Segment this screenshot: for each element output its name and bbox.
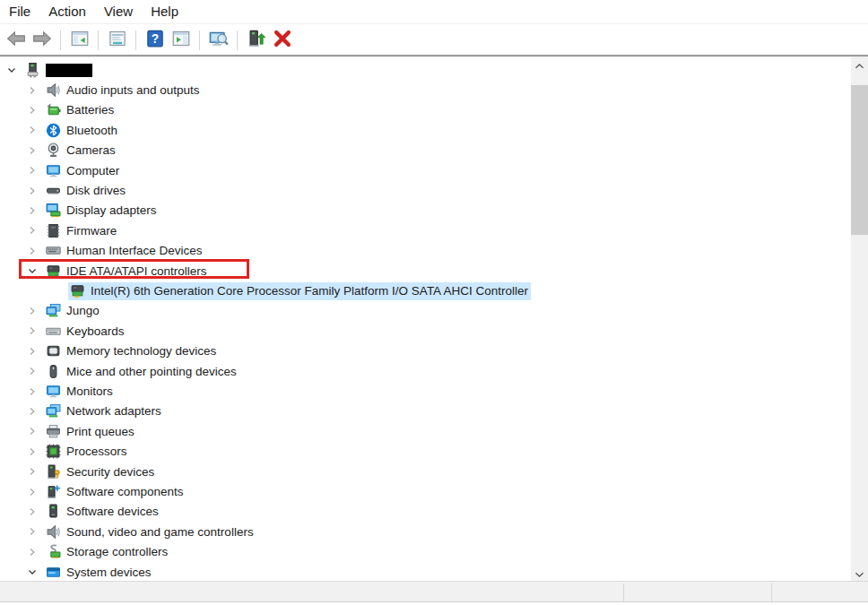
tree-item-content[interactable]: Storage controllers — [44, 543, 170, 561]
tree-item-monitors[interactable]: Monitors — [0, 381, 847, 401]
chevron-right-icon[interactable] — [24, 364, 40, 378]
tree-item-audio-inputs-and-outputs[interactable]: Audio inputs and outputs — [0, 80, 847, 99]
tree-item-content[interactable]: Keyboards — [44, 322, 127, 340]
scroll-up-button[interactable] — [851, 57, 868, 73]
bluetooth-icon — [46, 123, 61, 138]
scroll-down-button[interactable] — [851, 566, 868, 581]
tree-item-content[interactable]: Network adapters — [44, 402, 164, 420]
tree-item-content[interactable]: Sound, video and game controllers — [44, 523, 256, 540]
chevron-right-icon[interactable] — [24, 445, 40, 459]
uninstall-device-button[interactable] — [270, 28, 294, 52]
tree-item-content[interactable]: Software components — [44, 483, 187, 501]
chevron-right-icon[interactable] — [24, 184, 40, 198]
chevron-right-icon[interactable] — [24, 424, 40, 438]
chevron-right-icon[interactable] — [24, 83, 40, 98]
chevron-down-icon[interactable] — [4, 63, 20, 77]
tree-item-software-components[interactable]: Software components — [0, 481, 847, 501]
tree-item-content[interactable]: Human Interface Devices — [44, 242, 205, 260]
forward-button[interactable] — [30, 28, 54, 52]
tree-item-content[interactable]: Audio inputs and outputs — [44, 82, 203, 99]
tree-item-ide-ata-atapi-controllers[interactable]: IDE ATA/ATAPI controllers — [0, 261, 847, 281]
tree-item-content[interactable]: Mice and other pointing devices — [44, 362, 239, 380]
tree-item-content[interactable] — [23, 61, 95, 79]
menu-item-view[interactable]: View — [95, 0, 142, 23]
tree-item-bluetooth[interactable]: Bluetooth — [0, 120, 847, 140]
chevron-right-icon[interactable] — [24, 485, 40, 499]
chevron-right-icon[interactable] — [24, 163, 40, 177]
chevron-right-icon[interactable] — [24, 123, 40, 137]
chevron-right-icon[interactable] — [24, 244, 40, 258]
tree-item-content[interactable]: Monitors — [44, 383, 116, 401]
tree-item-content[interactable]: Display adapters — [44, 202, 160, 220]
tree-item-memory-technology-devices[interactable]: Memory technology devices — [0, 341, 847, 361]
action-pane-button[interactable] — [169, 28, 193, 52]
chevron-right-icon[interactable] — [24, 304, 40, 318]
chevron-right-icon[interactable] — [24, 464, 40, 479]
chevron-right-icon[interactable] — [24, 505, 40, 519]
tree-item-disk-drives[interactable]: Disk drives — [0, 180, 847, 200]
help-button[interactable]: ? — [143, 28, 167, 52]
tree-item-human-interface-devices[interactable]: Human Interface Devices — [0, 241, 847, 261]
tree-item-content[interactable]: Batteries — [44, 101, 117, 119]
tree-item-content[interactable]: Memory technology devices — [44, 342, 219, 360]
chevron-right-icon[interactable] — [24, 143, 40, 158]
tree-item-security-devices[interactable]: Security devices — [0, 462, 847, 481]
chevron-right-icon[interactable] — [24, 103, 40, 117]
tree-item-content[interactable]: Cameras — [44, 142, 118, 160]
scrollbar-thumb[interactable] — [851, 85, 868, 235]
tree-item-software-devices[interactable]: Software devices — [0, 502, 847, 522]
chevron-right-icon[interactable] — [24, 324, 40, 338]
menu-item-file[interactable]: File — [2, 0, 39, 23]
chevron-right-icon[interactable] — [24, 404, 40, 419]
show-console-tree-button[interactable] — [67, 28, 91, 52]
tree-item-processors[interactable]: Processors — [0, 442, 847, 462]
tree-item-content[interactable]: Bluetooth — [44, 121, 120, 139]
tree-item-system-devices[interactable]: System devices — [0, 562, 847, 581]
tree-item-content[interactable]: Firmware — [44, 221, 119, 239]
tree-item-display-adapters[interactable]: Display adapters — [0, 201, 847, 220]
tree-item-content[interactable]: Software devices — [44, 503, 161, 521]
tree-item-firmware[interactable]: Firmware — [0, 220, 847, 240]
tree-item-keyboards[interactable]: Keyboards — [0, 321, 847, 341]
network-computer-icon — [46, 303, 61, 318]
back-button[interactable] — [4, 28, 28, 52]
chevron-right-icon[interactable] — [24, 385, 40, 399]
tree-item-content[interactable]: Print queues — [44, 422, 137, 440]
menu-item-action[interactable]: Action — [39, 0, 95, 23]
action-pane-icon — [172, 30, 190, 51]
tree-item-content[interactable]: Processors — [44, 443, 130, 461]
chevron-right-icon[interactable] — [24, 203, 40, 218]
chevron-right-icon[interactable] — [24, 344, 40, 359]
tree-item-content[interactable]: Security devices — [44, 462, 157, 480]
tree-item-network-adapters[interactable]: Network adapters — [0, 402, 847, 421]
tree-item-computer[interactable]: Computer — [0, 160, 847, 180]
vertical-scrollbar[interactable] — [851, 57, 868, 581]
tree-item-cameras[interactable]: Cameras — [0, 141, 847, 160]
tree-item-storage-controllers[interactable]: Storage controllers — [0, 542, 847, 562]
tree-item-content[interactable]: System devices — [44, 563, 154, 581]
tree-item-content[interactable]: Jungo — [44, 302, 102, 320]
tree-item-sound-video-and-game-controllers[interactable]: Sound, video and game controllers — [0, 522, 847, 541]
chevron-down-icon[interactable] — [24, 565, 40, 579]
tree-item-root[interactable] — [0, 60, 847, 80]
properties-button[interactable] — [105, 28, 129, 52]
update-driver-button[interactable] — [244, 28, 268, 52]
chevron-right-icon[interactable] — [24, 545, 40, 559]
tree-item-batteries[interactable]: Batteries — [0, 100, 847, 120]
status-bar — [0, 581, 868, 602]
tree-item-content[interactable]: Computer — [44, 161, 122, 179]
tree-item-mice-and-other-pointing-devices[interactable]: Mice and other pointing devices — [0, 361, 847, 381]
chevron-right-icon[interactable] — [24, 223, 40, 238]
tree-item-intel-r-6th-generation-core-processor-family-platform-i-o-sata-ahci-controller[interactable]: Intel(R) 6th Generation Core Processor F… — [0, 281, 847, 300]
tree-item-content[interactable]: Intel(R) 6th Generation Core Processor F… — [68, 282, 531, 300]
scan-hardware-changes-button[interactable] — [206, 28, 230, 52]
tree-item-jungo[interactable]: Jungo — [0, 301, 847, 321]
chevron-right-icon[interactable] — [24, 524, 40, 539]
chevron-down-icon[interactable] — [24, 264, 40, 278]
menu-item-help[interactable]: Help — [142, 0, 187, 23]
security-device-icon — [46, 464, 61, 480]
tree-item-label: Audio inputs and outputs — [66, 83, 200, 97]
tree-item-content[interactable]: Disk drives — [44, 182, 128, 200]
tree-item-print-queues[interactable]: Print queues — [0, 421, 847, 441]
tree-item-content[interactable]: IDE ATA/ATAPI controllers — [44, 262, 210, 280]
